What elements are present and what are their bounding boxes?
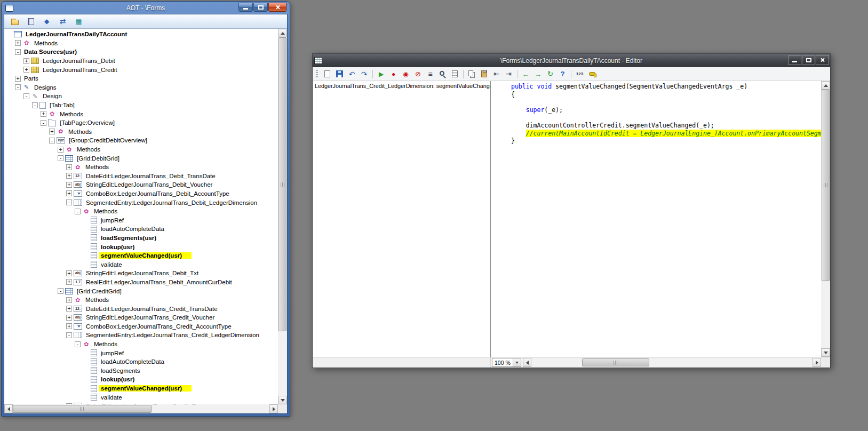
tree-node[interactable]: +ab|StringEdit:LedgerJournalTrans_Debit_… — [4, 269, 278, 278]
indent-decrease-icon[interactable]: ⇤ — [491, 69, 502, 79]
collapse-icon[interactable]: - — [75, 341, 81, 347]
line-numbers-icon[interactable]: 123 — [574, 69, 585, 79]
expand-icon[interactable]: + — [15, 40, 21, 46]
scroll-right-button[interactable] — [813, 358, 821, 367]
tree-node[interactable]: -SegmentedEntry:LedgerJournalTrans_Debit… — [4, 198, 278, 207]
editor-titlebar[interactable]: \Forms\LedgerJournalTransDailyTAccount -… — [313, 54, 830, 67]
tree-node[interactable]: -xyz[Group:CreditDebitOverview] — [4, 136, 278, 145]
vscroll-thumb[interactable] — [822, 90, 830, 281]
tree-node[interactable]: +ComboBox:LedgerJournalTrans_Debit_Accou… — [4, 189, 278, 198]
tree-node[interactable]: +ab|StringEdit:LedgerJournalTrans_Credit… — [4, 313, 278, 322]
aot-tree-hscrollbar[interactable] — [4, 404, 278, 413]
hscroll-track[interactable] — [531, 358, 813, 367]
tree-node[interactable]: -✎Design — [4, 92, 278, 101]
remove-breakpoints-icon[interactable]: ⊘ — [412, 69, 424, 79]
tree-node[interactable]: +ab|StringEdit:LedgerJournalTrans_Debit_… — [4, 180, 278, 189]
collapse-icon[interactable]: - — [41, 120, 46, 126]
tree-node[interactable]: +✿Methods — [4, 39, 278, 48]
hscroll-track[interactable] — [13, 404, 269, 413]
tree-node[interactable]: loadSegments(usr) — [4, 234, 278, 243]
aot-titlebar[interactable]: AOT - \Forms — [4, 2, 288, 14]
indent-increase-icon[interactable]: ⇥ — [503, 69, 514, 79]
tree-node[interactable]: +✿Methods — [4, 127, 278, 137]
breakpoint-enable-icon[interactable]: ◉ — [400, 69, 411, 79]
expand-icon[interactable]: + — [23, 67, 29, 73]
vscroll-track[interactable] — [278, 37, 287, 396]
tree-node[interactable]: +LedgerJournalTrans_Debit — [4, 57, 278, 66]
method-list-item[interactable]: LedgerJournalTrans_Credit_LedgerDimensio… — [315, 83, 488, 89]
scroll-up-button[interactable] — [821, 81, 830, 90]
tree-node[interactable]: segmentValueChanged(usr) — [4, 384, 278, 393]
tree-node[interactable]: loadAutoCompleteData — [4, 225, 278, 234]
tree-node[interactable]: -SegmentedEntry:LedgerJournalTrans_Credi… — [4, 331, 278, 340]
tree-node[interactable]: -[TabPage:Overview] — [4, 118, 278, 127]
scroll-right-button[interactable] — [269, 404, 278, 413]
tree-node[interactable]: LedgerJournalTransDailyTAccount — [4, 30, 278, 39]
tree-node[interactable]: +✿Methods — [4, 145, 278, 154]
tree-node[interactable]: -[Grid:DebitGrid] — [4, 154, 278, 163]
expand-icon[interactable]: + — [15, 76, 21, 82]
tree-node[interactable]: jumpRef — [4, 216, 278, 225]
refresh-icon[interactable]: ↻ — [545, 69, 556, 79]
compile-icon[interactable]: ◆ — [41, 16, 52, 27]
open-icon[interactable] — [9, 16, 20, 27]
tree-node[interactable]: -✿Methods — [4, 207, 278, 216]
expand-icon[interactable]: + — [66, 306, 72, 312]
zoom-dropdown-button[interactable] — [513, 358, 521, 367]
collapse-icon[interactable]: - — [66, 332, 72, 338]
export-icon[interactable]: ▦ — [73, 16, 84, 27]
expand-icon[interactable]: + — [23, 58, 29, 64]
help-icon[interactable]: ? — [557, 69, 568, 79]
collapse-icon[interactable]: - — [32, 102, 38, 108]
tree-node[interactable]: -[Tab:Tab] — [4, 101, 278, 110]
maximize-button[interactable] — [253, 3, 268, 12]
sync-icon[interactable]: ⇄ — [57, 16, 68, 27]
breakpoint-icon[interactable]: ● — [388, 69, 399, 79]
lookup-icon[interactable] — [437, 69, 448, 79]
expand-icon[interactable]: + — [66, 173, 72, 179]
scroll-down-button[interactable] — [278, 396, 287, 404]
collapse-icon[interactable]: - — [75, 209, 81, 214]
go-icon[interactable]: ▶ — [376, 69, 387, 79]
tree-node[interactable]: +✿Methods — [4, 296, 278, 305]
collapse-icon[interactable]: - — [15, 49, 21, 55]
tree-node[interactable]: +✿Methods — [4, 163, 278, 172]
expand-icon[interactable]: + — [66, 315, 72, 321]
tree-node[interactable]: +1.7RealEdit:LedgerJournalTrans_Debit_Am… — [4, 278, 278, 287]
maximize-button[interactable] — [802, 55, 815, 65]
tree-node[interactable]: segmentValueChanged(usr) — [4, 251, 278, 260]
copy-icon[interactable] — [466, 69, 477, 79]
minimize-button[interactable] — [788, 55, 801, 65]
collapse-icon[interactable]: - — [23, 93, 29, 99]
editor-vscrollbar[interactable] — [821, 81, 830, 357]
expand-icon[interactable]: + — [41, 111, 46, 117]
scroll-up-button[interactable] — [278, 29, 287, 37]
scroll-left-button[interactable] — [523, 358, 531, 367]
hscroll-thumb[interactable] — [582, 358, 649, 366]
collapse-icon[interactable]: - — [15, 84, 21, 90]
collapse-icon[interactable]: - — [49, 138, 55, 143]
hscroll-thumb[interactable] — [13, 405, 152, 413]
expand-icon[interactable]: + — [49, 129, 55, 134]
back-icon[interactable]: ← — [520, 69, 531, 79]
code-editor[interactable]: public void segmentValueChanged(SegmentV… — [491, 81, 821, 357]
tree-node[interactable]: +ComboBox:LedgerJournalTrans_Credit_Acco… — [4, 322, 278, 331]
vscroll-track[interactable] — [821, 90, 830, 348]
expand-icon[interactable]: + — [66, 270, 72, 276]
expand-icon[interactable]: + — [58, 147, 63, 153]
tree-node[interactable]: +LedgerJournalTrans_Credit — [4, 65, 278, 74]
scroll-down-button[interactable] — [821, 348, 830, 357]
save-icon[interactable] — [334, 69, 345, 79]
collapse-icon[interactable]: - — [66, 199, 72, 205]
new-icon[interactable] — [322, 69, 333, 79]
methods-list-icon[interactable]: ≡ — [425, 69, 436, 79]
undo-icon[interactable]: ↶ — [346, 69, 357, 79]
minimize-button[interactable] — [238, 3, 253, 12]
tree-node[interactable]: jumpRef — [4, 348, 278, 357]
script-icon[interactable] — [449, 69, 460, 79]
tree-node[interactable]: lookup(usr) — [4, 242, 278, 251]
expand-icon[interactable]: + — [66, 164, 72, 170]
tree-node[interactable]: loadSegments — [4, 366, 278, 376]
shortcut-keys-icon[interactable] — [586, 69, 598, 79]
expand-icon[interactable]: + — [66, 279, 72, 285]
